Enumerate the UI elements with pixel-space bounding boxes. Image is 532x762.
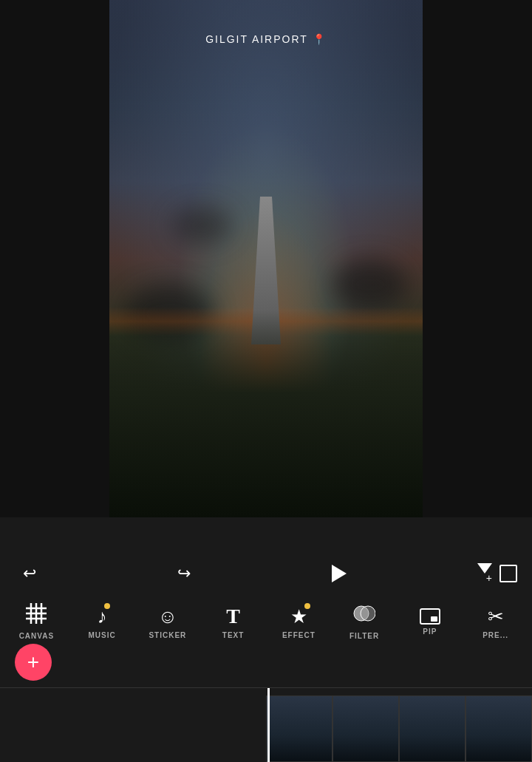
filter-icon bbox=[353, 603, 375, 629]
effect-label: EFFECT bbox=[282, 631, 316, 639]
text-icon: T bbox=[226, 605, 240, 628]
pip-box-icon bbox=[420, 608, 440, 625]
music-icon: ♪ bbox=[98, 605, 107, 628]
video-background: GILGIT AIRPORT 📍 bbox=[109, 0, 423, 517]
film-frame-2[interactable] bbox=[332, 695, 399, 762]
tool-filter[interactable]: FILTER bbox=[338, 603, 390, 640]
frame-bg-2 bbox=[333, 696, 398, 761]
frame-bg-3 bbox=[400, 696, 465, 761]
filter-plus-icon: + bbox=[486, 572, 492, 584]
side-panel-right bbox=[423, 0, 532, 517]
redo-button[interactable] bbox=[169, 559, 199, 588]
pip-icon bbox=[420, 608, 440, 625]
film-frame-4[interactable] bbox=[466, 695, 532, 762]
svg-point-7 bbox=[361, 606, 375, 621]
film-frame-3[interactable] bbox=[399, 695, 466, 762]
pip-label: PIP bbox=[423, 627, 437, 636]
video-title-text: GILGIT AIRPORT bbox=[205, 33, 308, 45]
filter-sort-button[interactable]: + bbox=[477, 563, 492, 584]
tool-canvas[interactable]: CANVAS bbox=[10, 603, 62, 640]
sticker-icon: ☺ bbox=[158, 605, 178, 628]
smoke-center bbox=[172, 207, 231, 244]
undo-button[interactable] bbox=[15, 559, 44, 588]
tool-pip[interactable]: PIP bbox=[404, 608, 456, 636]
sticker-label: STICKER bbox=[149, 631, 186, 639]
add-button[interactable]: + bbox=[15, 644, 52, 681]
tool-music[interactable]: ♪ MUSIC bbox=[76, 605, 128, 639]
film-frame-1[interactable] bbox=[266, 695, 332, 762]
tool-text[interactable]: T TEXT bbox=[208, 605, 259, 639]
tool-effect[interactable]: ★ EFFECT bbox=[273, 605, 324, 639]
add-icon: + bbox=[27, 650, 39, 674]
canvas-icon bbox=[26, 603, 47, 629]
effect-icon: ★ bbox=[290, 605, 307, 628]
text-label: TEXT bbox=[222, 631, 245, 639]
playback-controls: + bbox=[0, 551, 532, 596]
smoke-right bbox=[333, 259, 407, 310]
toolbar-area: + CANVAS bbox=[0, 517, 532, 762]
scissors-symbol: ✂ bbox=[488, 605, 504, 627]
preset-label: PRE... bbox=[482, 631, 508, 639]
right-controls: + bbox=[477, 563, 517, 584]
side-panel-left bbox=[0, 0, 109, 517]
fullscreen-button[interactable] bbox=[499, 565, 517, 582]
filter-sort-icon: + bbox=[477, 563, 492, 584]
fullscreen-icon bbox=[499, 565, 517, 582]
tools-row: CANVAS ♪ MUSIC ☺ STICKER T TEXT bbox=[0, 592, 532, 651]
terrain bbox=[109, 310, 423, 517]
tool-preset[interactable]: ✂ PRE... bbox=[470, 605, 522, 639]
music-badge bbox=[104, 603, 110, 609]
filter-label: FILTER bbox=[349, 632, 379, 640]
canvas-label: CANVAS bbox=[19, 632, 54, 640]
effect-badge bbox=[304, 603, 310, 609]
frame-bg-1 bbox=[267, 696, 332, 761]
play-icon bbox=[332, 565, 347, 582]
play-button[interactable] bbox=[323, 559, 352, 588]
tool-sticker[interactable]: ☺ STICKER bbox=[142, 605, 194, 639]
redo-icon bbox=[177, 564, 191, 583]
video-title: GILGIT AIRPORT 📍 bbox=[205, 33, 327, 45]
scissors-icon: ✂ bbox=[488, 605, 504, 628]
video-canvas: GILGIT AIRPORT 📍 bbox=[109, 0, 423, 517]
timeline-marker bbox=[267, 688, 270, 762]
divider bbox=[0, 687, 532, 688]
frame-bg-4 bbox=[466, 696, 531, 761]
location-pin-icon: 📍 bbox=[313, 33, 327, 45]
music-label: MUSIC bbox=[89, 631, 116, 639]
film-strip[interactable] bbox=[266, 695, 532, 762]
undo-icon bbox=[23, 564, 36, 583]
